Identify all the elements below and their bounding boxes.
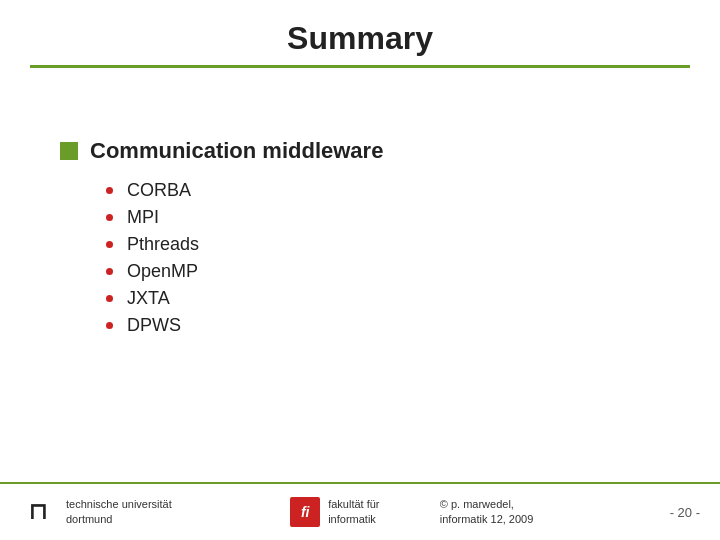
footer-page-number: - 20 - <box>650 505 700 520</box>
university-line1: technische universität <box>66 497 172 512</box>
list-item-label: MPI <box>127 207 159 228</box>
list-item-label: OpenMP <box>127 261 198 282</box>
fi-logo-icon: fi <box>290 497 320 527</box>
list-item: OpenMP <box>106 261 660 282</box>
list-item: CORBA <box>106 180 660 201</box>
list-item: JXTA <box>106 288 660 309</box>
tu-logo-icon: ⊓ <box>29 499 47 525</box>
slide-content: Communication middleware CORBA MPI Pthre… <box>0 68 720 482</box>
slide-footer: ⊓ technische universität dortmund fi fak… <box>0 482 720 540</box>
sub-items-list: CORBA MPI Pthreads OpenMP JXTA DPWS <box>106 180 660 342</box>
section-title-text: Communication middleware <box>90 138 383 164</box>
list-item-label: DPWS <box>127 315 181 336</box>
footer-university-text: technische universität dortmund <box>66 497 172 528</box>
bullet-icon <box>106 241 113 248</box>
list-item-label: JXTA <box>127 288 170 309</box>
university-line2: dortmund <box>66 512 172 527</box>
list-item-label: Pthreads <box>127 234 199 255</box>
footer-faculty-block: fi fakultät für informatik <box>230 497 440 528</box>
bullet-icon <box>106 268 113 275</box>
faculty-line1: fakultät für <box>328 497 379 512</box>
bullet-icon <box>106 214 113 221</box>
slide: Summary Communication middleware CORBA M… <box>0 0 720 540</box>
bullet-icon <box>106 187 113 194</box>
copyright-line2: informatik 12, 2009 <box>440 512 650 527</box>
bullet-icon <box>106 295 113 302</box>
section-heading: Communication middleware <box>60 138 660 164</box>
bullet-icon <box>106 322 113 329</box>
list-item: MPI <box>106 207 660 228</box>
list-item: DPWS <box>106 315 660 336</box>
footer-university-block: ⊓ technische universität dortmund <box>20 494 230 530</box>
list-item: Pthreads <box>106 234 660 255</box>
section-bullet-icon <box>60 142 78 160</box>
slide-title: Summary <box>40 20 680 57</box>
footer-faculty-text: fakultät für informatik <box>328 497 379 528</box>
faculty-line2: informatik <box>328 512 379 527</box>
copyright-line1: © p. marwedel, <box>440 497 650 512</box>
slide-header: Summary <box>0 0 720 65</box>
tu-logo: ⊓ <box>20 494 56 530</box>
footer-copyright-block: © p. marwedel, informatik 12, 2009 <box>440 497 650 528</box>
list-item-label: CORBA <box>127 180 191 201</box>
